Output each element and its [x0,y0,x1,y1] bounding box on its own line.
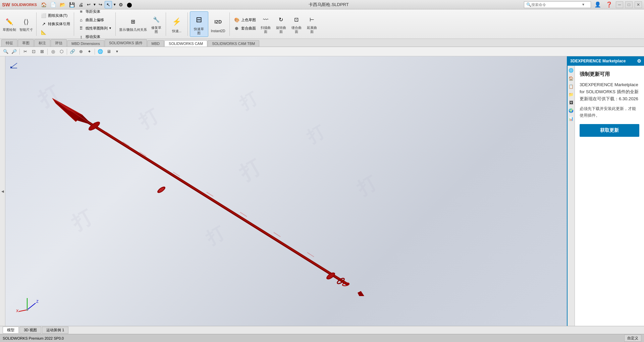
monitor-icon[interactable]: 🖥 [105,48,112,55]
solid-to-surface-button[interactable]: 📐 [39,28,72,37]
panel-settings-icon[interactable]: ⚙ [637,58,641,64]
surface-offset-button[interactable]: ⌂ 曲面上偏移 [76,16,113,24]
zoom-icon[interactable]: 🔎 [10,48,18,55]
tab-mbd[interactable]: MBD [147,40,164,47]
display-delete-button[interactable]: ⊞ 显示/删除几何关系 [118,16,148,33]
panel-globe-icon[interactable]: 🌐 [568,67,575,74]
box-select-icon[interactable]: ⊡ [30,48,37,55]
convert-entity-button[interactable]: ↗ 转换实体引用 [39,20,72,28]
save-icon[interactable]: 💾 [68,1,76,8]
tab-markup[interactable]: 标注 [34,39,50,47]
globe-icon[interactable]: 🌐 [97,48,104,55]
tab-evaluate[interactable]: 评估 [51,39,67,47]
panel-notes-icon[interactable]: 📋 [568,83,575,90]
plus-icon[interactable]: ⊕ [77,48,85,55]
cut-icon[interactable]: ✂ [21,48,29,55]
extend-surface-button[interactable]: ⊢ 延展曲面 [305,14,319,35]
more-btn[interactable]: ▼ [113,48,121,55]
minimize-button[interactable]: ─ [616,1,623,8]
panel-home-icon[interactable]: 🏠 [568,75,575,82]
sketch-entity-button[interactable]: ⬜ 图纸实体(T) [39,12,72,20]
knit-surface-label: 缝合曲面 [291,26,302,34]
link-icon[interactable]: 🔗 [69,48,76,55]
sketch-draw-label: 草图绘制 [3,28,16,32]
revolve-surface-icon: ↻ [276,14,286,25]
linear-sketch-label: 线性草图阵列 [86,26,108,31]
repair-sketch-label: 修复草图 [151,26,161,34]
pointer-dropdown[interactable]: ▼ [113,3,116,6]
panel-folder-icon[interactable]: 📁 [568,91,575,98]
status-tab-model[interactable]: 模型 [3,327,19,334]
offset-entity-label: 等距实体 [86,9,100,14]
spear-model [5,56,567,326]
window-title: 卡西乌斯枪.SLDPRT [136,2,521,8]
search-box[interactable]: 🔍 ▼ [524,1,591,8]
fit-surface-icon: ⊕ [233,25,240,32]
repair-sketch-icon: 🔧 [151,14,162,25]
tab-sw-plugins[interactable]: SOLIDWORKS 插件 [105,39,147,47]
repair-sketch-button[interactable]: 🔧 修复草图 [149,14,164,35]
knit-surface-icon: ⊡ [291,14,302,25]
status-tab-3dview[interactable]: 3D 视图 [19,327,41,334]
tab-sw-cam-tbm[interactable]: SOLIDWORKS CAM TBM [208,40,259,47]
toolbar-separator-3 [115,12,116,36]
tab-sketch[interactable]: 草图 [18,39,34,47]
sw-version-text: SOLIDWORKS Premium 2022 SP0.0 [3,336,64,340]
tb2-sep-4 [95,49,95,55]
search-input[interactable] [531,3,582,7]
move-entity-icon: ↕ [78,33,85,39]
smart-dim-button[interactable]: ⟨⟩ 智能尺寸 [18,16,34,33]
hex-icon[interactable]: ⬡ [58,48,65,55]
tb2-sep-3 [67,49,67,55]
linear-sketch-button[interactable]: ⠿ 线性草图阵列▼ [76,24,113,32]
sketch-draw-button[interactable]: ✏️ 草图绘制 [1,16,17,33]
fit-surface-label: 套合曲面 [241,26,256,31]
svg-marker-14 [358,291,364,296]
tab-mbd-dim[interactable]: MBD Dimensions [67,40,104,47]
close-button[interactable]: ✕ [635,1,642,8]
move-entity-label: 移动实体 [86,34,100,39]
search-dropdown[interactable]: ▼ [582,3,585,6]
undo-icon[interactable]: ↩ [86,1,92,8]
cross-icon[interactable]: ⊠ [38,48,46,55]
help-icon[interactable]: ❓ [604,1,614,8]
sweep-surface-button[interactable]: 〰 扫描曲面 [258,14,273,35]
offset-entity-button[interactable]: ≡ 等距实体 [76,9,113,15]
instant2d-icon: I2D [211,15,225,28]
fit-surface-button[interactable]: ⊕ 套合曲面 [232,24,258,32]
filter-icon[interactable]: 🔍 [2,48,9,55]
revolve-surface-button[interactable]: ↻ 旋转曲面 [274,14,288,35]
undo-dropdown[interactable]: ▼ [93,3,96,6]
left-panel-toggle[interactable]: ◀ [0,56,5,326]
print-icon[interactable]: 🖨 [77,1,85,8]
panel-image-icon[interactable]: 🖼 [568,99,575,106]
circle-icon[interactable]: ◎ [49,48,57,55]
instant2d-button[interactable]: I2D Instant2D [209,14,227,35]
open-icon[interactable]: 📂 [58,1,67,8]
tab-features[interactable]: 特征 [1,39,17,47]
panel-world-icon[interactable]: 🌍 [568,107,575,114]
home-icon[interactable]: 🏠 [40,1,48,8]
svg-point-29 [26,309,28,311]
new-icon[interactable]: 📄 [49,1,57,8]
3d-viewport[interactable]: 打 打 打 打 打 打 打 打 [5,56,567,326]
customize-button[interactable]: 自定义 [624,335,641,342]
rebuild-icon[interactable]: ⬤ [125,1,133,8]
move-entity-button[interactable]: ↕ 移动实体 [76,33,113,39]
pointer-icon[interactable]: ↖ [105,1,112,8]
restore-button[interactable]: □ [625,1,633,8]
offset-group: ≡ 等距实体 ⌂ 曲面上偏移 ⠿ 线性草图阵列▼ ↕ 移动实体 [76,9,113,39]
user-icon[interactable]: 👤 [593,1,602,8]
quickview-button[interactable]: ⊟ 快速草图 [190,11,208,37]
options-icon[interactable]: ⚙ [117,1,124,8]
star-icon[interactable]: ✦ [86,48,93,55]
quick-snap-button[interactable]: ⚡ 快速... [168,14,185,35]
panel-chart-icon[interactable]: 📊 [568,115,575,122]
sw-logo-text: SOLIDWORKS [11,3,37,7]
knit-surface-button[interactable]: ⊡ 缝合曲面 [289,14,304,35]
tab-sw-cam[interactable]: SOLIDWORKS CAM [164,40,207,47]
status-tab-motion[interactable]: 运动算例 1 [42,327,68,334]
color-sketch-button[interactable]: 🎨 上色草图 [232,16,258,24]
redo-icon[interactable]: ↪ [97,1,104,8]
get-update-button[interactable]: 获取更新 [580,124,639,137]
